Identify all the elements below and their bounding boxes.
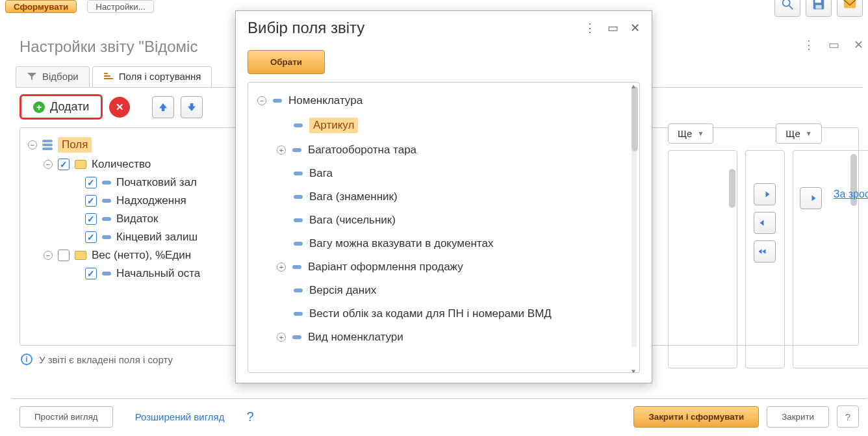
- tree-label: Надходження: [116, 194, 186, 207]
- form-button[interactable]: Сформувати: [5, 0, 77, 13]
- modal-tree-item[interactable]: Варіант оформлення продажу: [277, 255, 635, 279]
- tree-label: Вес (нетто), %Един: [92, 249, 191, 262]
- scroll-down-icon[interactable]: ▼: [630, 368, 637, 373]
- close-button[interactable]: Закрити: [767, 406, 829, 428]
- modal-tree-item[interactable]: Вага: [277, 162, 635, 185]
- tree-label: Варіант оформлення продажу: [308, 261, 463, 274]
- help-link[interactable]: ?: [246, 409, 253, 424]
- modal-tree-item[interactable]: Версія даних: [277, 279, 635, 302]
- collapse-icon[interactable]: [257, 96, 266, 105]
- modal-tree-item[interactable]: Багатооборотна тара: [277, 138, 635, 162]
- svg-rect-9: [104, 78, 113, 79]
- more-icon[interactable]: ⋮: [584, 21, 596, 35]
- checkbox[interactable]: [85, 177, 97, 188]
- collapse-icon[interactable]: [28, 140, 37, 149]
- more-icon[interactable]: ⋮: [800, 36, 817, 53]
- close-icon[interactable]: ✕: [850, 36, 867, 53]
- tab-filters[interactable]: Відбори: [16, 66, 90, 87]
- right-area: Ще▼ Ще▼ За зрост…: [668, 123, 868, 368]
- checkbox[interactable]: [85, 231, 97, 243]
- select-button[interactable]: Обрати: [248, 50, 325, 74]
- tree-label: Початковий зал: [116, 176, 197, 189]
- tree-label: Видаток: [116, 212, 158, 225]
- maximize-icon[interactable]: ▭: [607, 21, 619, 35]
- sort-arrow[interactable]: [800, 187, 822, 209]
- help-button[interactable]: ?: [837, 405, 859, 428]
- search-icon[interactable]: [774, 0, 800, 17]
- simple-view-button[interactable]: Простий вигляд: [19, 406, 113, 428]
- checkbox[interactable]: [85, 268, 97, 279]
- tree-label: Багатооборотна тара: [308, 144, 416, 157]
- modal-tree-item[interactable]: Вага (знаменник): [277, 185, 635, 209]
- tree-label: Вага (знаменник): [309, 190, 398, 203]
- modal-tree-root[interactable]: Номенклатура: [257, 89, 635, 112]
- scrollbar-thumb[interactable]: [729, 169, 735, 208]
- tab-fields-sort[interactable]: Поля і сортування: [92, 66, 212, 87]
- move-right-button[interactable]: [754, 183, 776, 205]
- tab-label: Відбори: [42, 71, 79, 82]
- field-icon: [102, 199, 111, 203]
- mail-icon[interactable]: [837, 0, 863, 17]
- svg-marker-12: [761, 192, 770, 198]
- scrollbar-thumb[interactable]: [632, 86, 638, 151]
- svg-rect-7: [104, 73, 108, 74]
- field-icon: [294, 218, 303, 222]
- more-dropdown-left[interactable]: Ще▼: [668, 123, 713, 144]
- move-up-button[interactable]: [152, 96, 174, 118]
- tree-label: Вид номенклатури: [308, 331, 403, 344]
- svg-marker-10: [159, 103, 167, 111]
- scroll-up-icon[interactable]: ▲: [630, 83, 637, 90]
- folder-icon: [75, 251, 86, 260]
- settings-button[interactable]: Настройки...: [87, 0, 153, 13]
- caret-icon: ▼: [806, 130, 812, 137]
- field-icon: [102, 235, 111, 239]
- expand-icon[interactable]: [277, 146, 286, 155]
- advanced-view-link[interactable]: Розширений вигляд: [121, 406, 239, 428]
- tree-label: Начальный оста: [116, 267, 200, 280]
- tree-label: Кінцевий залиш: [116, 231, 198, 244]
- more-dropdown-right[interactable]: Ще▼: [776, 123, 821, 144]
- field-icon: [102, 217, 111, 221]
- field-icon: [102, 272, 111, 276]
- tree-label: Вага (чисельник): [309, 214, 396, 227]
- arrow-buttons-panel: [745, 150, 785, 368]
- collapse-icon[interactable]: [44, 251, 53, 260]
- svg-marker-13: [760, 220, 769, 226]
- sort-icon: [103, 71, 114, 82]
- checkbox[interactable]: [85, 213, 97, 225]
- svg-rect-8: [104, 75, 110, 77]
- collapse-icon[interactable]: [44, 160, 53, 169]
- move-down-button[interactable]: [181, 96, 203, 118]
- add-button[interactable]: + Додати: [19, 94, 103, 120]
- maximize-icon[interactable]: ▭: [825, 36, 842, 53]
- modal-tree-item[interactable]: Артикул: [277, 112, 635, 138]
- sort-link[interactable]: За зрост…: [834, 188, 868, 200]
- close-icon[interactable]: ✕: [630, 21, 640, 35]
- save-icon[interactable]: [806, 0, 832, 17]
- checkbox[interactable]: [58, 250, 70, 261]
- close-and-form-button[interactable]: Закрити і сформувати: [633, 406, 759, 428]
- expand-icon[interactable]: [277, 333, 286, 342]
- modal-tree-item[interactable]: Вести облік за кодами для ПН і номерами …: [277, 302, 635, 326]
- folder-icon: [75, 160, 86, 169]
- field-icon: [294, 242, 303, 246]
- expand-icon[interactable]: [277, 263, 286, 272]
- field-icon: [294, 172, 303, 175]
- field-icon: [294, 289, 303, 292]
- dropdown-label: Ще: [678, 128, 692, 139]
- modal-tree-item[interactable]: Вагу можна вказувати в документах: [277, 232, 635, 255]
- move-left-button[interactable]: [754, 212, 776, 234]
- add-label: Додати: [50, 100, 89, 114]
- sort-panel: За зрост…: [793, 150, 868, 368]
- checkbox[interactable]: [85, 195, 97, 207]
- dropdown-label: Ще: [785, 128, 800, 139]
- delete-button[interactable]: ✕: [109, 97, 130, 118]
- modal-tree-item[interactable]: Вид номенклатури: [277, 326, 635, 349]
- checkbox[interactable]: [58, 159, 70, 170]
- move-all-left-button[interactable]: [754, 240, 776, 263]
- svg-line-1: [789, 6, 793, 10]
- field-icon: [292, 335, 301, 339]
- svg-point-0: [783, 0, 790, 6]
- modal-tree-item[interactable]: Вага (чисельник): [277, 209, 635, 232]
- field-icon: [292, 148, 301, 152]
